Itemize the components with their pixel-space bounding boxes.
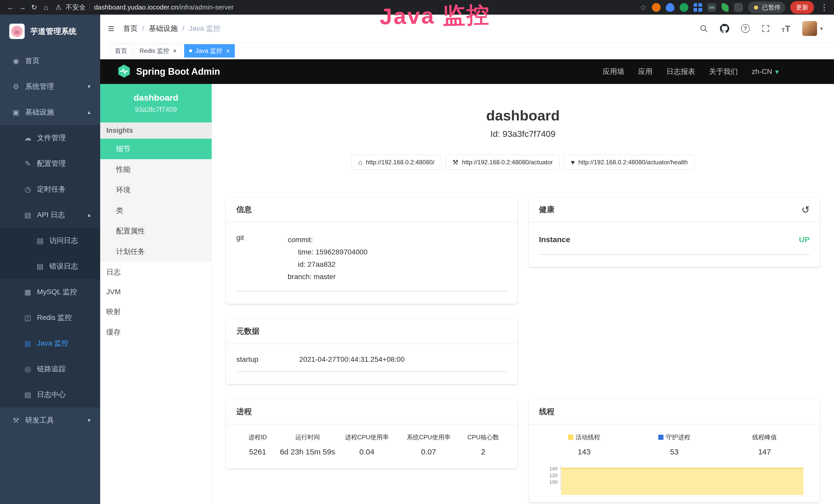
tag-redis-monitor[interactable]: Redis 监控× — [135, 44, 182, 58]
sba-sidebar: dashboard 93a3fc7f7409 Insights 细节 性能 环境… — [100, 84, 212, 504]
extension-icon-switch[interactable]: on — [707, 3, 716, 12]
extension-icon-orange[interactable] — [652, 3, 661, 12]
sidebar-item-infrastructure[interactable]: ▣ 基础设施 ▴ — [0, 99, 100, 125]
browser-menu-icon[interactable]: ⋮ — [819, 3, 829, 12]
font-size-icon[interactable]: TT — [782, 24, 790, 33]
sidebar-item-config-manage[interactable]: ✎ 配置管理 — [0, 151, 100, 176]
sidebar-item-dev-tools[interactable]: ⚒ 研发工具 ▾ — [0, 408, 100, 433]
threads-legend: 活动线程 143 守护进程 53 线程峰值 14 — [539, 427, 810, 456]
sidebar-item-label: MySQL 监控 — [37, 287, 77, 297]
sidebar-item-redis-monitor[interactable]: ◫ Redis 监控 — [0, 305, 100, 330]
chevron-down-icon: ▾ — [88, 83, 90, 90]
sba-menu-details[interactable]: 细节 — [100, 139, 212, 159]
extensions-puzzle-icon[interactable] — [734, 3, 743, 12]
sba-menu-classes[interactable]: 类 — [100, 200, 212, 221]
paused-badge[interactable]: ☻ 已暂停 — [748, 2, 785, 13]
sba-menu-config-props[interactable]: 配置属性 — [100, 221, 212, 241]
tag-home[interactable]: 首页 — [110, 44, 132, 58]
history-icon[interactable]: ↺ — [802, 205, 810, 215]
sidebar-item-system-manage[interactable]: ⚙ 系统管理 ▾ — [0, 74, 100, 99]
sba-nav-journal[interactable]: 日志报表 — [666, 67, 695, 76]
sidebar-item-error-logs[interactable]: ▤ 错误日志 — [0, 253, 100, 279]
sba-menu-mappings[interactable]: 映射 — [100, 301, 212, 322]
browser-update-button[interactable]: 更新 — [790, 1, 814, 14]
health-url-button[interactable]: ♥ http://192.168.0.2:48080/actuator/heal… — [564, 155, 695, 170]
emoji-face-icon: ☻ — [752, 3, 760, 11]
sba-brand[interactable]: Spring Boot Admin — [136, 66, 220, 77]
caret-down-icon: ▾ — [820, 25, 823, 31]
sidebar-item-access-logs[interactable]: ▤ 访问日志 — [0, 228, 100, 253]
page-url: dashboard.yudao.iocoder.cn/infra/admin-s… — [94, 3, 234, 11]
sidebar-item-label: 首页 — [25, 56, 40, 66]
sidebar-item-file-manage[interactable]: ☁ 文件管理 — [0, 125, 100, 151]
document-icon: ▤ — [22, 211, 34, 219]
sba-menu-group-label: Insights — [100, 122, 212, 139]
sba-nav-about[interactable]: 关于我们 — [709, 67, 738, 76]
breadcrumb-home[interactable]: 首页 — [123, 24, 138, 33]
sba-menu-metrics[interactable]: 性能 — [100, 159, 212, 180]
main-column: ≡ 首页 / 基础设施 / Java 监控 ? T — [100, 15, 834, 504]
github-icon[interactable] — [720, 24, 729, 33]
sidebar-item-label: Redis 监控 — [37, 313, 72, 322]
sidebar-item-home[interactable]: ◉ 首页 — [0, 48, 100, 74]
instance-header[interactable]: dashboard 93a3fc7f7409 — [100, 84, 212, 122]
user-menu[interactable]: ▾ — [802, 21, 823, 36]
app-logo-row[interactable]: 芋道管理系统 — [0, 15, 100, 48]
sba-menu-jvm[interactable]: JVM — [100, 282, 212, 301]
sidebar-item-api-logs[interactable]: ▤ API 日志 ▴ — [0, 202, 100, 228]
browser-home-button[interactable]: ⌂ — [40, 3, 52, 12]
hamburger-icon[interactable]: ≡ — [108, 23, 114, 34]
sba-nav-wallboard[interactable]: 应用墙 — [603, 67, 624, 76]
service-url-button[interactable]: ⌂ http://192.168.0.2:48080/ — [351, 155, 441, 170]
browser-back-button[interactable]: ← — [5, 3, 17, 12]
page-title: dashboard — [212, 108, 834, 123]
browser-forward-button[interactable]: → — [17, 3, 28, 12]
browser-reload-button[interactable]: ↻ — [28, 3, 40, 12]
stat-cpu-cores: CPU核心数 2 — [460, 433, 507, 456]
health-instance-row: Instance UP — [539, 225, 810, 255]
sidebar-item-trace[interactable]: ◎ 链路追踪 — [0, 356, 100, 382]
app-window: 芋道管理系统 ◉ 首页 ⚙ 系统管理 ▾ ▣ 基础设施 ▴ ☁ 文件管理 ✎ — [0, 15, 834, 504]
actuator-url-button[interactable]: ⚒ http://192.168.0.2:48080/actuator — [445, 155, 560, 170]
chevron-up-icon: ▴ — [88, 109, 90, 116]
home-icon: ⌂ — [358, 159, 363, 166]
extension-icon-grid[interactable] — [694, 3, 702, 12]
sidebar-item-java-monitor[interactable]: ▥ Java 监控 — [0, 330, 100, 356]
sba-menu-scheduled-tasks[interactable]: 计划任务 — [100, 241, 212, 262]
close-icon[interactable]: × — [226, 47, 230, 54]
sba-menu-caches[interactable]: 缓存 — [100, 322, 212, 343]
breadcrumb-infrastructure[interactable]: 基础设施 — [149, 24, 177, 33]
stat-uptime: 运行时间 6d 23h 15m 59s — [279, 433, 336, 456]
help-icon[interactable]: ? — [741, 24, 750, 33]
sba-menu-environment[interactable]: 环境 — [100, 180, 212, 200]
avatar — [802, 21, 817, 36]
sidebar-item-mysql-monitor[interactable]: ▦ MySQL 监控 — [0, 279, 100, 305]
address-divider — [90, 4, 90, 11]
stat-pid: 进程ID 5261 — [236, 433, 279, 456]
bookmark-star-icon[interactable]: ☆ — [640, 3, 647, 12]
breadcrumb-separator: / — [182, 24, 184, 32]
extension-icon-green[interactable] — [680, 3, 688, 12]
close-icon[interactable]: × — [173, 47, 177, 54]
browser-actions: ☆ on ☻ 已暂停 更新 ⋮ — [640, 1, 829, 14]
locale-selector[interactable]: zh-CN ▾ — [752, 68, 779, 76]
chevron-up-icon: ▴ — [88, 211, 90, 218]
wrench-icon: ⚒ — [452, 159, 458, 166]
fullscreen-icon[interactable] — [762, 24, 770, 32]
sba-nav-applications[interactable]: 应用 — [638, 67, 653, 76]
extension-icon-droplet[interactable] — [666, 3, 675, 12]
tag-java-monitor[interactable]: Java 监控× — [184, 44, 235, 58]
tools-icon: ⚒ — [10, 416, 22, 425]
sidebar-item-log-center[interactable]: ▤ 日志中心 — [0, 382, 100, 408]
document-icon: ▤ — [35, 236, 46, 245]
extension-icon-leaf[interactable] — [721, 3, 729, 12]
sidebar-item-label: 定时任务 — [37, 184, 66, 194]
sba-menu-logs[interactable]: 日志 — [100, 262, 212, 282]
sidebar-item-cron-jobs[interactable]: ◷ 定时任务 — [0, 176, 100, 202]
search-icon[interactable] — [699, 24, 708, 33]
blue-legend-swatch — [658, 435, 663, 440]
cards-grid: 信息 git commit: time: 1596289704000 id: 2… — [212, 170, 834, 502]
sidebar-item-label: 访问日志 — [49, 236, 78, 246]
legend-daemon-threads: 守护进程 53 — [629, 433, 720, 456]
address-bar[interactable]: ⚠ 不安全 dashboard.yudao.iocoder.cn/infra/a… — [56, 3, 234, 12]
